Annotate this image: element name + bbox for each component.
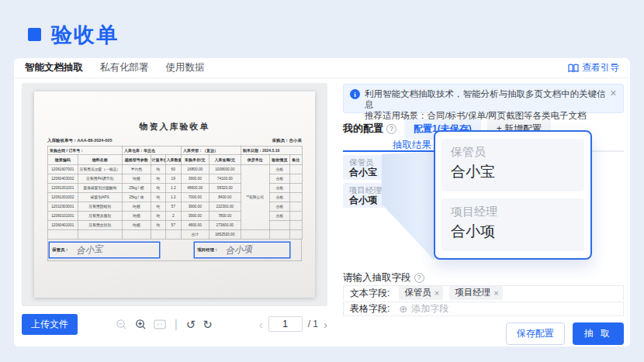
doc-cell: 16800.00 [181,164,209,174]
doc-cell: 压裂用PH调节剂 [78,174,122,183]
doc-title: 物资入库验收单 [47,121,302,133]
text-fields-label: 文本字段: [350,287,390,300]
doc-cell: 60 [165,164,181,174]
document-pane: 物资入库验收单 入库验收单号：AAA-88-2024-005 采购员：合小采 [14,78,335,346]
rotate-left-icon[interactable]: ↺ [186,319,196,330]
document-paper: 物资入库验收单 入库验收单号：AAA-88-2024-005 采购员：合小采 [34,91,315,298]
doc-cell: 3900.00 [181,174,209,183]
keeper-highlight-box: 保管员： 合小宝 [49,241,161,258]
doc-cell [289,174,302,183]
doc-cell: 57 [165,202,181,211]
doc-cell [122,229,151,239]
doc-col-header: 物料名称 [78,154,122,164]
tab-private-deploy[interactable]: 私有化部署 [100,61,149,74]
doc-cell: 25kg / 桶 [122,183,151,192]
field-tag-keeper[interactable]: 保管员 × [399,286,443,300]
doc-cell: 吨 [151,202,165,211]
rotate-right-icon[interactable]: ↻ [203,319,213,330]
app-card: 智能文档抽取 私有化部署 使用数据 查看引导 物资入库验收单 入库验收单号：AA… [14,58,630,346]
doc-cell [151,229,165,239]
doc-col-header: 物资编码 [47,154,78,164]
doc-cell: 2 [165,211,181,220]
tag-text: 项目经理 [455,287,490,298]
table-fields-row: 表格字段: ⊕ 添加字段 [343,302,624,316]
close-icon[interactable]: ✕ [610,88,617,98]
doc-cell: 入库仓库：华北仓 [122,146,181,154]
doc-cell: 12061607001 [47,164,78,174]
doc-cell: 吨 [151,192,165,202]
doc-col-header: 入库数量 [165,154,181,164]
doc-cell: 压裂用交联剂 [78,220,122,229]
remove-tag-icon[interactable]: × [493,288,498,298]
extract-button[interactable]: 抽 取 [573,322,624,345]
pm-label: 项目经理： [197,247,219,253]
popup-field-value: 合小宝 [451,164,575,181]
doc-cell: 12010303001 [47,202,78,211]
doc-cell: 合格 [269,183,289,192]
next-page-icon[interactable]: › [324,318,327,331]
save-config-button[interactable]: 保存配置 [506,322,565,345]
doc-col-header: 规格型号参数 [122,154,151,164]
keeper-signature: 合小宝 [76,243,103,257]
view-guide-label: 查看引导 [582,61,619,74]
doc-cell [289,220,302,229]
doc-cell [165,229,181,239]
doc-cell: 吨 [151,174,165,183]
fit-view-icon[interactable] [154,318,166,330]
popup-field-value: 合小项 [451,223,575,240]
add-circle-icon: ⊕ [399,304,407,314]
field-tag-pm[interactable]: 项目经理 × [449,286,502,300]
doc-cell: 58320.00 [209,183,241,192]
page-input[interactable] [268,316,303,332]
document-viewport[interactable]: 物资入库验收单 入库验收单号：AAA-88-2024-005 采购员：合小采 [22,83,327,306]
page-total: / 1 [308,319,318,329]
magnified-result-popup: 保管员 合小宝 项目经理 合小项 [434,130,592,260]
pm-highlight-box: 项目经理： 合小项 [194,241,291,258]
zoom-in-icon[interactable] [134,318,147,330]
doc-cell: 1.2 [165,183,181,192]
doc-cell [241,229,269,239]
zoom-out-icon[interactable] [115,318,127,330]
doc-cell: 3900.00 [181,202,209,211]
doc-cell: 吨桶 [122,174,151,183]
doc-total-value: 1652520.00 [209,229,241,239]
doc-cell: 12060101001 [47,211,78,220]
page-title: 验收单 [51,21,119,49]
doc-cell: 3900.00 [181,211,209,220]
doc-info-row: 入库验收单号：AAA-88-2024-005 采购员：合小采 [47,137,302,143]
doc-cell [78,229,122,239]
banner-line2: 推荐适用场景：合同/标书/保单/网页截图等各类电子文档 [365,110,606,121]
doc-cell: 1.2 [165,192,181,202]
doc-cell: 压裂用杀菌剂 [78,211,122,220]
page-header: 验收单 [0,0,644,58]
doc-buyer: 采购员：合小采 [272,137,303,143]
tab-usage-data[interactable]: 使用数据 [166,61,205,74]
doc-cell: 8400.00 [209,192,241,202]
doc-cell: 压裂用瓜尔胶（一级品） [78,164,122,174]
prompt-text: 请输入抽取字段 [343,271,411,284]
doc-cell: 合格 [269,202,289,211]
zoom-controls: | ↺ ↻ [115,318,213,330]
popup-field-keeper: 保管员 合小宝 [441,139,584,191]
extraction-pane: i 利用智能文档抽取技术，智能分析与抽取多页文档中的关键信息 推荐适用场景：合同… [335,78,630,346]
doc-cell: 48600.00 [181,183,209,192]
doc-cell: 7800.00 [209,211,241,220]
tab-extract-result[interactable]: 抽取结果 [393,139,431,152]
document-content: 物资入库验收单 入库验收单号：AAA-88-2024-005 采购员：合小采 [34,91,315,261]
upload-file-button[interactable]: 上传文件 [22,314,78,335]
doc-cell: 57 [165,220,181,229]
tab-smart-doc-extract[interactable]: 智能文档抽取 [25,61,83,74]
help-icon: ? [414,273,424,283]
doc-cell [289,192,302,202]
doc-cell [289,202,302,211]
remove-tag-icon[interactable]: × [435,288,439,298]
prev-page-icon[interactable]: ‹ [259,318,263,331]
view-guide-link[interactable]: 查看引导 [568,61,619,74]
doc-cell: 吨桶 [122,211,151,220]
popup-field-pm: 项目经理 合小项 [441,198,584,251]
table-fields-label: 表格字段: [350,302,390,315]
doc-col-header: 入库金额/元 [209,154,241,164]
doc-cell: 12060403002 [47,174,78,183]
doc-cell: 4800.00 [181,220,209,229]
add-field-button[interactable]: ⊕ 添加字段 [399,302,448,315]
